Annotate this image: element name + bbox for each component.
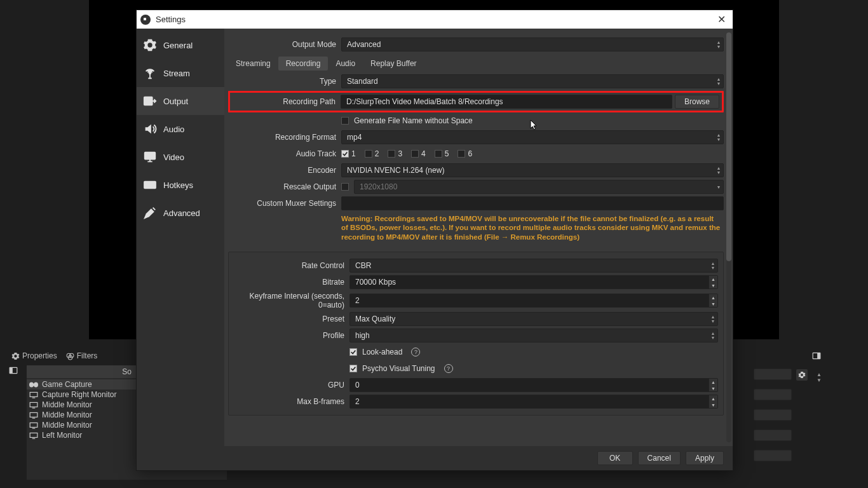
nav-hotkeys[interactable]: Hotkeys [137, 171, 224, 199]
nav-general[interactable]: General [137, 31, 224, 59]
audio-track-6[interactable]: 6 [458, 149, 472, 158]
recording-path-input[interactable]: D:/SlurpTech Video Media/Batch 8/Recordi… [341, 95, 672, 109]
audio-track-4[interactable]: 4 [411, 149, 426, 158]
rescale-output-label: Rescale Output [228, 182, 341, 191]
tab-recording[interactable]: Recording [278, 57, 329, 71]
content-scrollbar[interactable] [726, 32, 731, 442]
filters-button[interactable]: Filters [66, 351, 98, 360]
svg-rect-9 [30, 402, 37, 407]
nav-label: Stream [163, 69, 190, 78]
panel-collapse-icon[interactable] [9, 367, 18, 376]
svg-rect-12 [30, 433, 37, 437]
close-button[interactable]: ✕ [714, 13, 729, 25]
output-mode-select[interactable]: Advanced▲▼ [341, 37, 724, 51]
nav-audio[interactable]: Audio [137, 115, 224, 143]
mixer-slot[interactable]: ▲▼ [754, 369, 792, 380]
custom-muxer-input[interactable] [341, 196, 724, 210]
audio-track-2[interactable]: 2 [365, 149, 379, 158]
bitrate-input[interactable]: 70000 Kbps▲▼ [349, 275, 718, 289]
recording-format-select[interactable]: mp4▲▼ [341, 130, 724, 144]
rescale-output-select: 1920x1080▼ [354, 180, 724, 194]
audio-track-1[interactable]: 1 [341, 149, 356, 158]
highlight-recording-path: Recording Path D:/SlurpTech Video Media/… [228, 91, 724, 112]
svg-rect-16 [144, 97, 153, 105]
chevron-down-icon: ▼ [714, 180, 723, 193]
rate-control-select[interactable]: CBR▲▼ [349, 259, 718, 273]
preset-select[interactable]: Max Quality▲▼ [349, 312, 718, 326]
svg-rect-4 [10, 367, 13, 373]
rescale-output-checkbox[interactable] [341, 183, 349, 191]
recording-format-label: Recording Format [228, 133, 341, 142]
mixer-slot[interactable] [754, 430, 792, 441]
audio-track-5[interactable]: 5 [435, 149, 449, 158]
browse-button[interactable]: Browse [675, 95, 719, 109]
ok-button[interactable]: OK [597, 451, 633, 465]
nav-stream[interactable]: Stream [137, 59, 224, 87]
monitor-icon [29, 432, 38, 439]
nav-video[interactable]: Video [137, 143, 224, 171]
audio-track-checkbox-5[interactable] [435, 150, 442, 158]
psycho-visual-label: Psycho Visual Tuning [362, 364, 435, 373]
spinner-icon[interactable]: ▲▼ [709, 379, 717, 391]
rate-control-label: Rate Control [229, 261, 349, 270]
source-label: Middle Monitor [42, 410, 92, 419]
gen-no-space-checkbox[interactable] [341, 117, 349, 125]
keyframe-input[interactable]: 2▲▼ [349, 294, 718, 308]
max-bframes-input[interactable]: 2▲▼ [349, 395, 718, 409]
mixer-slot[interactable] [754, 409, 792, 421]
look-ahead-checkbox[interactable] [349, 348, 357, 356]
nav-label: Advanced [163, 208, 200, 218]
recording-type-select[interactable]: Standard▲▼ [341, 74, 724, 88]
audio-track-checkbox-2[interactable] [365, 150, 372, 158]
mixer-gear-button[interactable] [796, 369, 808, 381]
chevrons-icon[interactable]: ▲▼ [817, 372, 822, 383]
right-panel-slots: ▲▼ [754, 369, 804, 470]
audio-track-checkbox-3[interactable] [388, 150, 395, 158]
encoder-label: Encoder [228, 166, 341, 175]
nav-advanced[interactable]: Advanced [137, 199, 224, 227]
source-label: Left Monitor [42, 431, 82, 440]
filters-icon [66, 352, 74, 360]
apply-button[interactable]: Apply [686, 451, 724, 465]
gear-icon [11, 352, 20, 360]
properties-button[interactable]: Properties [11, 351, 57, 360]
audio-track-3[interactable]: 3 [388, 149, 402, 158]
profile-label: Profile [229, 331, 349, 340]
spinner-icon[interactable]: ▲▼ [709, 294, 717, 307]
audio-track-checkbox-6[interactable] [458, 150, 465, 158]
nav-output[interactable]: Output [137, 87, 224, 115]
gpu-input[interactable]: 0▲▼ [349, 378, 718, 392]
dialog-footer: OK Cancel Apply [137, 446, 733, 470]
spinner-icon[interactable]: ▲▼ [709, 276, 717, 288]
mixer-slot[interactable] [754, 389, 792, 400]
svg-rect-10 [30, 412, 37, 417]
preset-label: Preset [229, 315, 349, 323]
custom-muxer-label: Custom Muxer Settings [228, 199, 341, 208]
encoder-select[interactable]: NVIDIA NVENC H.264 (new)▲▼ [341, 163, 724, 177]
tab-streaming[interactable]: Streaming [228, 57, 278, 71]
monitor-icon [29, 412, 38, 419]
psycho-visual-checkbox[interactable] [349, 365, 357, 372]
audio-track-checkbox-1[interactable] [341, 150, 349, 158]
title-bar[interactable]: Settings ✕ [137, 10, 733, 29]
profile-select[interactable]: high▲▼ [349, 329, 718, 342]
nav-label: Audio [163, 125, 184, 134]
tab-replay-buffer[interactable]: Replay Buffer [363, 57, 424, 71]
audio-track-label: 4 [421, 149, 426, 158]
help-icon[interactable]: ? [444, 364, 453, 373]
chevrons-icon: ▲▼ [714, 131, 723, 144]
source-label: Middle Monitor [42, 421, 92, 430]
cancel-button[interactable]: Cancel [638, 451, 681, 465]
panel-collapse-icon-right[interactable] [812, 352, 821, 362]
scrollbar-thumb[interactable] [726, 32, 731, 261]
tab-audio[interactable]: Audio [328, 57, 363, 71]
chevrons-icon: ▲▼ [709, 329, 717, 342]
mixer-slot[interactable] [754, 450, 792, 461]
audio-track-label: 6 [468, 149, 472, 158]
spinner-icon[interactable]: ▲▼ [709, 395, 717, 408]
help-icon[interactable]: ? [411, 348, 420, 356]
audio-track-checkbox-4[interactable] [411, 150, 419, 158]
audio-track-label: 5 [445, 149, 449, 158]
chevrons-icon: ▲▼ [709, 313, 717, 325]
audio-track-label: 1 [351, 149, 356, 158]
